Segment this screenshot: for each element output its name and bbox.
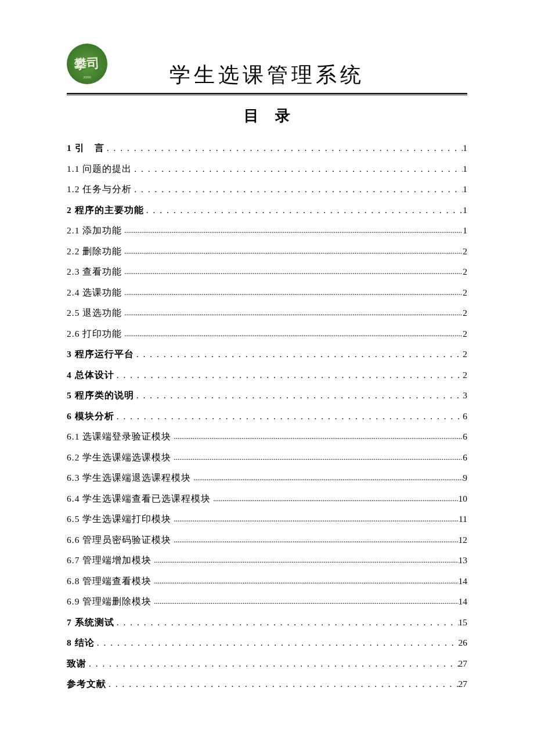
toc-entry-label: 3 程序运行平台 <box>67 350 134 359</box>
toc-leader-dots: . . . . . . . . . . . . . . . . . . . . … <box>106 679 459 689</box>
toc-entry-page: 6 <box>463 432 467 441</box>
toc-entry-label: 5 程序类的说明 <box>67 391 134 400</box>
toc-entry: 2.2 删除功能................................… <box>67 247 467 256</box>
toc-entry-page: 2 <box>463 329 467 339</box>
toc-entry: 6.6 管理员密码验证模块...........................… <box>67 535 467 545</box>
toc-entry-label: 6.7 管理端增加模块 <box>67 556 151 565</box>
toc-entry: 2 程序的主要功能. . . . . . . . . . . . . . . .… <box>67 206 467 215</box>
toc-leader-dots: ........................................… <box>171 515 459 523</box>
toc-entry-page: 11 <box>459 514 467 524</box>
document-title: 学生选课管理系统 <box>67 44 467 93</box>
toc-entry-label: 2.3 查看功能 <box>67 267 122 276</box>
toc-leader-dots: . . . . . . . . . . . . . . . . . . . . … <box>114 370 463 380</box>
toc-entry: 7 系统测试. . . . . . . . . . . . . . . . . … <box>67 618 467 627</box>
toc-entry-label: 1.2 任务与分析 <box>67 185 132 194</box>
toc-leader-dots: . . . . . . . . . . . . . . . . . . . . … <box>132 164 463 174</box>
toc-leader-dots: ........................................… <box>122 289 463 296</box>
toc-entry-label: 6.2 学生选课端选课模块 <box>67 453 171 462</box>
toc-entry: 4 总体设计. . . . . . . . . . . . . . . . . … <box>67 370 467 380</box>
toc-leader-dots: ........................................… <box>122 268 463 275</box>
toc-entry: 致谢. . . . . . . . . . . . . . . . . . . … <box>67 659 467 668</box>
toc-entry-page: 12 <box>459 535 468 545</box>
title-rule-thin <box>67 95 467 95</box>
toc-entry: 6 模块分析. . . . . . . . . . . . . . . . . … <box>67 412 467 421</box>
toc-entry-page: 2 <box>463 288 467 297</box>
toc-leader-dots: ........................................… <box>122 247 463 255</box>
toc-entry-page: 10 <box>459 494 468 503</box>
toc-leader-dots: ........................................… <box>151 577 458 585</box>
toc-leader-dots: ........................................… <box>122 330 463 337</box>
toc-entry-label: 7 系统测试 <box>67 618 114 627</box>
toc-entry-page: 15 <box>459 618 468 627</box>
logo-year: 2000 <box>83 75 91 80</box>
toc-entry: 1.2 任务与分析. . . . . . . . . . . . . . . .… <box>67 185 467 194</box>
toc-entry-label: 6.8 管理端查看模块 <box>67 577 151 586</box>
toc-entry-page: 14 <box>459 597 468 606</box>
toc-leader-dots: . . . . . . . . . . . . . . . . . . . . … <box>134 350 463 359</box>
toc-entry-label: 2 程序的主要功能 <box>67 206 144 215</box>
toc-entry: 2.3 查看功能................................… <box>67 267 467 276</box>
toc-leader-dots: ........................................… <box>171 433 463 440</box>
toc-entry: 6.5 学生选课端打印模块...........................… <box>67 514 467 524</box>
toc-entry-label: 8 结论 <box>67 638 95 647</box>
toc-leader-dots: ........................................… <box>122 309 463 316</box>
toc-entry: 6.7 管理端增加模块.............................… <box>67 556 467 565</box>
toc-entry-label: 6.4 学生选课端查看已选课程模块 <box>67 494 211 503</box>
logo-text: 攀司 <box>74 55 100 73</box>
toc-entry-label: 6.3 学生选课端退选课程模块 <box>67 473 191 483</box>
toc-entry-page: 3 <box>463 391 467 400</box>
document-page: 攀司 2000 学生选课管理系统 目录 1 引 言. . . . . . . .… <box>0 0 534 735</box>
toc-entry-label: 6.9 管理端删除模块 <box>67 597 151 606</box>
toc-entry: 2.4 选课功能................................… <box>67 288 467 297</box>
toc-entry-label: 2.6 打印功能 <box>67 329 122 339</box>
toc-leader-dots: . . . . . . . . . . . . . . . . . . . . … <box>104 143 463 153</box>
toc-entry-page: 1 <box>463 143 467 153</box>
university-logo: 攀司 2000 <box>67 44 107 84</box>
toc-entry-label: 4 总体设计 <box>67 370 114 380</box>
toc-entry-page: 6 <box>463 412 467 421</box>
toc-entry-page: 6 <box>463 453 467 462</box>
toc-entry-label: 2.2 删除功能 <box>67 247 122 256</box>
toc-entry-label: 1.1 问题的提出 <box>67 164 132 174</box>
toc-entry-page: 1 <box>463 185 467 194</box>
toc-leader-dots: ........................................… <box>151 556 458 564</box>
toc-entry: 6.1 选课端登录验证模块...........................… <box>67 432 467 441</box>
toc-entry: 2.6 打印功能................................… <box>67 329 467 339</box>
toc-entry-label: 6.1 选课端登录验证模块 <box>67 432 171 441</box>
toc-entry: 6.2 学生选课端选课模块...........................… <box>67 453 467 462</box>
toc-entry-page: 2 <box>463 308 467 318</box>
toc-entry-page: 2 <box>463 247 467 256</box>
toc-entry-label: 2.4 选课功能 <box>67 288 122 297</box>
toc-leader-dots: . . . . . . . . . . . . . . . . . . . . … <box>114 618 459 627</box>
toc-entry-page: 1 <box>463 164 467 174</box>
toc-entry-page: 13 <box>459 556 468 565</box>
toc-entry: 1 引 言. . . . . . . . . . . . . . . . . .… <box>67 143 467 153</box>
toc-entry: 参考文献. . . . . . . . . . . . . . . . . . … <box>67 679 467 689</box>
toc-entry: 6.9 管理端删除模块.............................… <box>67 597 467 606</box>
toc-entry: 2.1 添加功能................................… <box>67 226 467 235</box>
toc-entry-page: 9 <box>463 473 467 483</box>
toc-entry: 8 结论. . . . . . . . . . . . . . . . . . … <box>67 638 467 647</box>
toc-leader-dots: ........................................… <box>211 495 458 502</box>
toc-entry-page: 2 <box>463 370 467 380</box>
title-rule-thick <box>67 93 467 94</box>
toc-entry-page: 26 <box>459 638 468 647</box>
toc-entry: 6.4 学生选课端查看已选课程模块.......................… <box>67 494 467 503</box>
toc-entry-page: 27 <box>459 659 468 668</box>
toc-leader-dots: . . . . . . . . . . . . . . . . . . . . … <box>144 206 463 215</box>
toc-entry-label: 1 引 言 <box>67 143 104 153</box>
toc-entry-label: 6.6 管理员密码验证模块 <box>67 535 171 545</box>
toc-leader-dots: . . . . . . . . . . . . . . . . . . . . … <box>132 185 463 194</box>
toc-leader-dots: ........................................… <box>171 536 458 543</box>
toc-entry-label: 致谢 <box>67 659 86 668</box>
toc-entry: 5 程序类的说明. . . . . . . . . . . . . . . . … <box>67 391 467 400</box>
toc-leader-dots: . . . . . . . . . . . . . . . . . . . . … <box>134 391 463 400</box>
table-of-contents: 1 引 言. . . . . . . . . . . . . . . . . .… <box>67 143 467 689</box>
toc-entry-label: 6.5 学生选课端打印模块 <box>67 514 171 524</box>
toc-leader-dots: ........................................… <box>191 474 463 481</box>
toc-entry: 6.3 学生选课端退选课程模块.........................… <box>67 473 467 483</box>
toc-entry-page: 1 <box>463 226 467 235</box>
toc-leader-dots: ........................................… <box>151 597 458 605</box>
toc-entry-label: 2.1 添加功能 <box>67 226 122 235</box>
toc-entry-label: 参考文献 <box>67 679 106 689</box>
